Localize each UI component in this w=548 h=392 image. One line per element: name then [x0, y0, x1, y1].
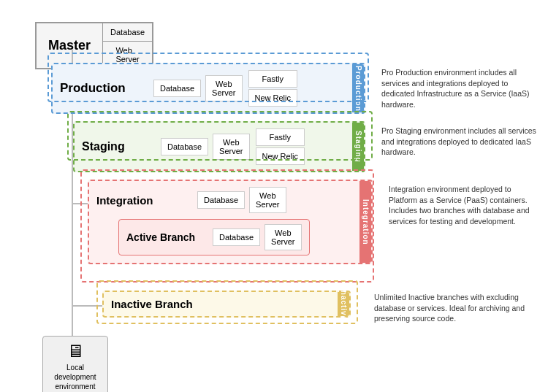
production-side-label: Production: [352, 64, 364, 112]
master-section: Master Database WebServer: [20, 15, 153, 69]
local-dev-label: Local development environment: [54, 364, 96, 391]
staging-services: Fastly New Relic: [256, 128, 305, 165]
staging-database: Database: [161, 138, 208, 155]
production-webserver: WebServer: [205, 75, 242, 101]
staging-label: Staging: [82, 140, 155, 153]
master-label: Master: [37, 23, 102, 68]
active-branch-webserver: WebServer: [265, 224, 301, 250]
production-fastly: Fastly: [248, 70, 298, 88]
staging-fastly: Fastly: [256, 128, 305, 146]
inactive-branch-label: Inactive Branch: [111, 298, 228, 310]
active-branch-box: Active Branch Database WebServer: [118, 219, 310, 255]
production-box: Production Database WebServer Fastly New…: [51, 63, 365, 114]
production-label: Production: [60, 81, 148, 96]
diagram: Master Database WebServer Production Dat…: [7, 7, 541, 380]
monitor-icon: 🖥: [50, 341, 100, 361]
production-database: Database: [153, 80, 201, 97]
staging-webserver: WebServer: [213, 134, 249, 160]
integration-label: Integration: [96, 194, 191, 207]
integration-inner-row: Integration Database WebServer: [96, 187, 286, 213]
master-database: Database: [103, 23, 152, 42]
inactive-description: Unlimited Inactive branches with excludi…: [374, 292, 541, 324]
main-container: Master Database WebServer Production Dat…: [0, 0, 548, 392]
local-dev-box: 🖥 Local development environment: [42, 336, 108, 392]
local-dev-section: 🖥 Local development environment: [42, 336, 108, 392]
active-branch-label: Active Branch: [126, 231, 207, 243]
integration-webserver: WebServer: [249, 187, 286, 213]
staging-side-label: Staging: [352, 123, 364, 171]
inactive-branch-box: Inactive Branch Inactive: [102, 291, 351, 318]
production-description: Pro Production environment includes all …: [381, 67, 541, 110]
active-branch-row: Active Branch Database WebServer: [118, 219, 310, 255]
production-newrelic: New Relic: [248, 89, 298, 107]
master-sub-components: Database WebServer: [102, 23, 152, 68]
integration-box: Integration Database WebServer Active Br…: [88, 180, 373, 264]
staging-description: Pro Staging environment includes all ser…: [381, 126, 541, 158]
staging-box: Staging Database WebServer Fastly New Re…: [73, 121, 365, 172]
integration-side-label: Integration: [359, 181, 371, 263]
integration-database: Database: [197, 191, 245, 209]
inactive-side-label: Inactive: [338, 292, 349, 316]
integration-description: Integration environment deployed to Plat…: [389, 184, 541, 227]
active-branch-database: Database: [213, 228, 260, 246]
staging-newrelic: New Relic: [256, 147, 305, 165]
production-services: Fastly New Relic: [248, 70, 298, 107]
